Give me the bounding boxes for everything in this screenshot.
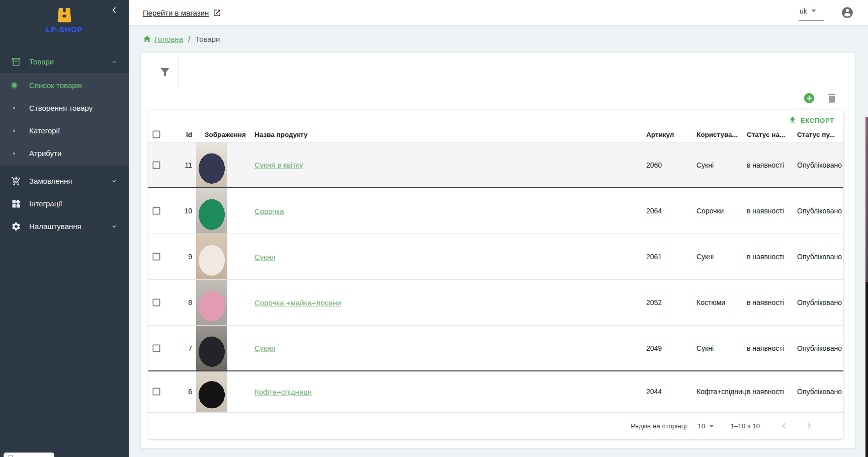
- rows-per-page-select[interactable]: 10: [698, 422, 714, 430]
- sidebar-item-attributes[interactable]: Атрибути: [0, 142, 129, 165]
- column-header-id[interactable]: id: [171, 131, 192, 138]
- submenu-item-label: Категорії: [29, 126, 60, 135]
- sidebar-item-create-product[interactable]: Створення товару: [0, 97, 129, 119]
- breadcrumb: Головна / Товари: [129, 26, 868, 51]
- rows-per-page-value: 10: [698, 422, 705, 430]
- chevron-prev-icon: [778, 420, 790, 431]
- sidebar-item-orders[interactable]: Замовлення: [0, 170, 129, 192]
- language-value: uk: [800, 7, 807, 15]
- sidebar-nav: Товари Список товарів Створення товару К…: [0, 47, 129, 238]
- rows-per-page-label: Рядків на сторінці:: [631, 422, 688, 430]
- sidebar-item-settings[interactable]: Налаштування: [0, 215, 129, 238]
- product-image: [196, 371, 227, 412]
- sidebar-item-label: Інтеграції: [29, 199, 118, 208]
- chevron-next-icon: [804, 420, 815, 431]
- row-user-category: Костюми: [697, 298, 747, 307]
- table-body: 11 Сукня в квітку 2060 Сукні в наявності…: [148, 142, 843, 412]
- delete-button[interactable]: [826, 92, 838, 104]
- chevron-down-icon: [111, 223, 118, 230]
- row-stock-status: в наявності: [747, 298, 797, 307]
- product-name-link[interactable]: Сукня в квітку: [254, 161, 303, 169]
- row-sku: 2061: [646, 253, 697, 261]
- submenu-item-label: Список товарів: [29, 81, 82, 90]
- row-checkbox[interactable]: [151, 343, 161, 353]
- row-user-category: Сукні: [697, 161, 747, 169]
- row-checkbox[interactable]: [151, 206, 161, 216]
- product-name-link[interactable]: Сорочка +майка+лосини: [254, 298, 341, 307]
- column-header-publish[interactable]: Статус пу...: [797, 131, 843, 138]
- column-header-stock[interactable]: Статус на...: [747, 131, 797, 138]
- row-sku: 2064: [646, 207, 697, 215]
- add-product-button[interactable]: [803, 92, 815, 104]
- table-actions: [803, 92, 855, 104]
- row-user-category: Сорочки: [697, 207, 747, 215]
- breadcrumb-current: Товари: [195, 35, 220, 43]
- column-header-image[interactable]: Зображення: [196, 131, 231, 138]
- go-to-store-link[interactable]: Перейти в магазин: [143, 9, 221, 17]
- sidebar-collapse-button[interactable]: [109, 4, 121, 16]
- download-icon: [788, 116, 797, 125]
- row-stock-status: в наявності: [747, 388, 797, 396]
- row-sku: 2060: [646, 161, 697, 169]
- row-checkbox[interactable]: [151, 387, 161, 397]
- next-page-button[interactable]: [803, 420, 815, 432]
- chevron-down-icon: [811, 10, 816, 12]
- row-stock-status: в наявності: [747, 344, 797, 352]
- account-button[interactable]: [841, 6, 854, 19]
- product-name-link[interactable]: Сукня: [254, 253, 275, 261]
- column-header-name[interactable]: Назва продукту: [231, 131, 646, 138]
- sidebar-item-label: Налаштування: [29, 222, 111, 231]
- row-checkbox[interactable]: [151, 297, 161, 308]
- select-all-checkbox[interactable]: [151, 129, 161, 139]
- filter-funnel-icon[interactable]: [159, 66, 171, 78]
- row-checkbox[interactable]: [151, 252, 161, 262]
- column-header-sku[interactable]: Артикул: [646, 131, 697, 138]
- sidebar-item-label: Замовлення: [29, 177, 111, 185]
- product-image: [196, 142, 227, 187]
- row-stock-status: в наявності: [747, 161, 797, 169]
- row-publish-status: Опубліковано: [797, 253, 843, 261]
- home-icon: [143, 35, 151, 43]
- row-id: 9: [171, 253, 192, 261]
- products-box-icon: [11, 57, 21, 67]
- chevron-up-icon: [111, 58, 118, 65]
- product-image: [196, 280, 227, 325]
- topbar: Перейти в магазин uk: [129, 0, 868, 26]
- sidebar-item-label: Товари: [29, 57, 111, 66]
- logo-text: LP-SHOP: [46, 25, 83, 34]
- product-image: [196, 234, 227, 279]
- column-header-user[interactable]: Користува...: [697, 131, 747, 138]
- store-link-label: Перейти в магазин: [143, 9, 209, 17]
- shop-bag-icon: [55, 6, 74, 24]
- row-publish-status: Опубліковано: [797, 161, 843, 169]
- sidebar-item-product-list[interactable]: Список товарів: [0, 74, 129, 97]
- sidebar-item-products[interactable]: Товари: [0, 50, 129, 73]
- row-user-category: Кофта+спідниц: [697, 388, 747, 396]
- sidebar-item-integrations[interactable]: Інтеграції: [0, 192, 129, 215]
- scrollbar-thumb[interactable]: [865, 282, 868, 457]
- previous-page-button[interactable]: [778, 420, 790, 432]
- breadcrumb-separator: /: [188, 35, 190, 43]
- content-card: ЕКСПОРТ id Зображення Назва продукту Арт…: [141, 53, 855, 448]
- clipped-bottom-widget[interactable]: [4, 452, 54, 457]
- table-row: 8 Сорочка +майка+лосини 2052 Костюми в н…: [148, 280, 843, 326]
- topbar-right: uk: [799, 5, 854, 21]
- chevron-down-icon: [709, 425, 714, 427]
- row-publish-status: Опубліковано: [797, 344, 843, 352]
- row-checkbox[interactable]: [151, 160, 161, 170]
- row-sku: 2044: [646, 388, 697, 396]
- row-stock-status: в наявності: [747, 253, 797, 261]
- sidebar-item-categories[interactable]: Категорії: [0, 119, 129, 142]
- product-name-link[interactable]: Кофта+спідниця: [254, 388, 312, 396]
- row-id: 8: [171, 298, 192, 307]
- export-button[interactable]: ЕКСПОРТ: [784, 114, 838, 127]
- row-id: 7: [171, 344, 192, 352]
- products-submenu: Список товарів Створення товару Категорі…: [0, 73, 129, 166]
- pagination-range: 1–10 з 10: [730, 422, 760, 430]
- row-sku: 2049: [646, 344, 697, 352]
- external-link-icon: [213, 9, 221, 17]
- language-select[interactable]: uk: [799, 5, 824, 21]
- product-name-link[interactable]: Сорочка: [254, 207, 284, 215]
- breadcrumb-home-link[interactable]: Головна: [154, 35, 183, 43]
- product-name-link[interactable]: Сукня: [254, 344, 275, 352]
